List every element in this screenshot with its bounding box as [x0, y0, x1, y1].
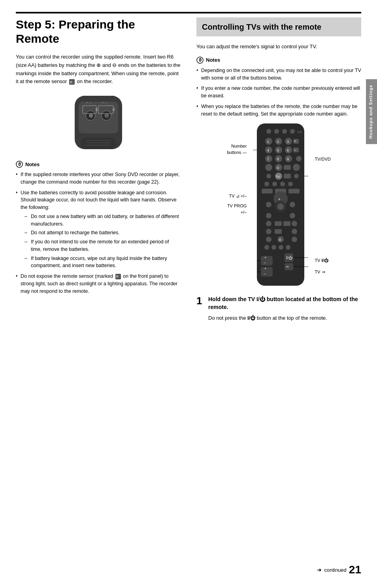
remote-side-svg: 1/4 1 2 3 + 4 — [249, 121, 312, 288]
step-num: 1 — [196, 296, 204, 306]
section-header-box: Controlling TVs with the remote — [196, 17, 361, 36]
svg-text:5: 5 — [277, 148, 279, 152]
section-title: Controlling TVs with the remote — [202, 22, 356, 32]
note-item: If you enter a new code number, the code… — [196, 85, 361, 100]
svg-text:ϑ: ϑ — [199, 58, 202, 63]
sub-note-item: Do not use a new battery with an old bat… — [25, 213, 181, 228]
svg-text:TV: TV — [276, 175, 280, 178]
notes-header-right: ϑ Notes — [196, 57, 361, 64]
svg-point-25 — [290, 129, 295, 134]
sensor-icon — [69, 79, 75, 85]
svg-text:+: + — [264, 256, 266, 260]
step-1-instruction: Hold down the TV I/⏻ button located at t… — [208, 296, 361, 311]
svg-point-59 — [294, 174, 299, 178]
svg-point-62 — [280, 182, 285, 186]
svg-point-61 — [272, 182, 277, 186]
svg-text:⇒: ⇒ — [286, 265, 289, 269]
step-1-sub: Do not press the I/⏻ button at the top o… — [208, 314, 361, 322]
note-item: Depending on the connected unit, you may… — [196, 67, 361, 82]
svg-point-72 — [277, 203, 284, 210]
svg-text:+ –: + – — [102, 101, 107, 105]
note-item: When you replace the batteries of the re… — [196, 103, 361, 118]
note-item: Do not expose the remote sensor (marked … — [16, 273, 181, 295]
svg-point-67 — [266, 202, 271, 207]
svg-point-78 — [292, 221, 297, 226]
svg-rect-8 — [96, 108, 98, 111]
svg-rect-53 — [284, 165, 291, 170]
svg-point-74 — [290, 213, 295, 218]
svg-text:2: 2 — [277, 140, 279, 144]
remote-image: ⊕ ⊖ + – + – — [16, 94, 181, 151]
svg-rect-77 — [283, 221, 290, 226]
svg-text:–: – — [294, 148, 296, 152]
svg-point-86 — [264, 245, 269, 250]
svg-text:7: 7 — [267, 157, 269, 161]
label-tv-input: TV ⇒ — [315, 269, 330, 275]
section-body-text: You can adjust the remote's signal to co… — [196, 43, 361, 51]
left-column: Step 5: Preparing the Remote You can con… — [16, 17, 185, 322]
svg-text:6: 6 — [287, 148, 289, 152]
svg-point-24 — [282, 129, 287, 134]
svg-point-75 — [266, 221, 271, 226]
svg-text:1: 1 — [267, 140, 269, 144]
remote-top-svg: ⊕ ⊖ + – + – — [59, 94, 138, 151]
svg-rect-13 — [81, 137, 116, 149]
label-number-buttons: Numberbuttons — — [227, 143, 247, 156]
page-footer: ➜ continued 21 — [317, 563, 361, 576]
svg-point-22 — [266, 129, 271, 134]
svg-point-85 — [292, 237, 297, 242]
svg-point-54 — [293, 164, 300, 171]
svg-rect-80 — [275, 229, 282, 234]
svg-point-79 — [266, 229, 271, 234]
svg-text:ϑ: ϑ — [18, 162, 21, 167]
svg-point-70 — [290, 202, 295, 207]
step-title: Step 5: Preparing the Remote — [16, 17, 181, 46]
svg-text:9: 9 — [287, 157, 289, 161]
label-tv-prog: TV PROG+/– — [227, 203, 247, 215]
notes-header-left: ϑ Notes — [16, 161, 181, 168]
svg-text:+ –: + – — [86, 101, 92, 105]
note-item: If the supplied remote interferes your o… — [16, 171, 181, 186]
svg-point-55 — [266, 174, 271, 178]
svg-point-49 — [296, 156, 302, 161]
footer-arrow: ➜ — [317, 567, 322, 573]
svg-point-73 — [266, 213, 271, 218]
svg-text:4: 4 — [267, 148, 269, 152]
right-column: Controlling TVs with the remote You can … — [196, 17, 361, 322]
svg-point-89 — [286, 245, 290, 250]
label-tv-power: TV I/⏻ — [315, 258, 330, 264]
label-tv-dvd: TV/DVD — [315, 156, 330, 162]
svg-text:I/⏻: I/⏻ — [286, 256, 292, 260]
note-item: Use the batteries correctly to avoid pos… — [16, 189, 181, 270]
svg-text:+: + — [278, 197, 281, 201]
svg-point-88 — [279, 245, 283, 250]
svg-text:1/4: 1/4 — [297, 130, 302, 134]
svg-point-60 — [264, 182, 269, 186]
page: Step 5: Preparing the Remote You can con… — [0, 0, 377, 588]
svg-text:–: – — [264, 272, 266, 276]
notes-list-right: Depending on the connected unit, you may… — [196, 67, 361, 118]
intro-text: You can control the recorder using the s… — [16, 53, 181, 86]
top-border — [16, 12, 361, 13]
sensor-icon-inline — [115, 274, 121, 279]
svg-point-87 — [271, 245, 276, 250]
continued-text: continued — [324, 567, 346, 573]
svg-point-50 — [265, 164, 272, 171]
notes-list-left: If the supplied remote interferes your o… — [16, 171, 181, 295]
svg-point-81 — [292, 229, 297, 234]
remote-diagram: Numberbuttons — TV ⊿ +/– TV PROG+/– — [196, 121, 361, 288]
svg-text:8: 8 — [277, 157, 279, 161]
sub-notes-list: Do not use a new battery with an old bat… — [25, 213, 181, 269]
svg-rect-90 — [261, 256, 273, 266]
svg-point-63 — [288, 182, 293, 186]
svg-rect-58 — [284, 174, 291, 178]
sub-note-item: Do not attempt to recharge the batteries… — [25, 229, 181, 237]
svg-rect-66 — [288, 189, 300, 193]
step-1: 1 Hold down the TV I/⏻ button located at… — [196, 296, 361, 322]
svg-text:II: II — [279, 238, 281, 242]
svg-rect-64 — [262, 189, 273, 193]
svg-point-82 — [266, 237, 271, 242]
notes-icon-right: ϑ — [196, 57, 204, 64]
svg-point-23 — [274, 129, 279, 134]
sub-note-item: If you do not intend to use the remote f… — [25, 238, 181, 253]
